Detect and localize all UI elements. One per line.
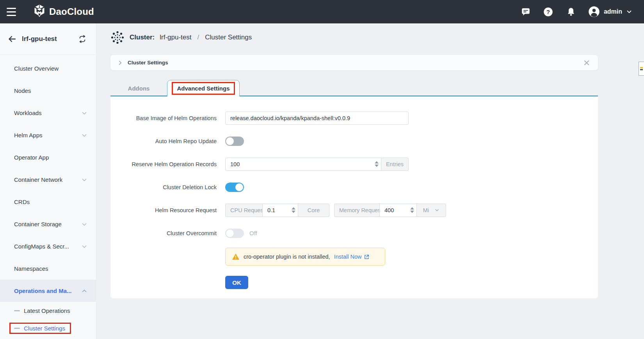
tab-addons[interactable]: Addons: [110, 80, 167, 96]
warning-banner: cro-operator plugin is not installed, In…: [225, 248, 385, 266]
sidebar-subitem-latest-operations[interactable]: Latest Operations: [0, 302, 96, 319]
sidebar-item-namespaces[interactable]: Namespaces: [0, 257, 96, 280]
chevron-down-icon: [81, 221, 87, 227]
auto-repo-label: Auto Helm Repo Update: [110, 138, 217, 144]
memory-unit-select[interactable]: Mi: [417, 204, 446, 217]
number-stepper[interactable]: [292, 204, 295, 217]
cpu-request-unit: Core: [298, 204, 329, 217]
form-row-deletion-lock: Cluster Deletion Lock: [110, 176, 598, 199]
dash-icon: [14, 310, 20, 311]
sidebar-item-operations-management[interactable]: Operations and Ma...: [0, 280, 96, 302]
chevron-down-icon: [81, 110, 87, 116]
sync-icon: [78, 35, 87, 43]
svg-text:?: ?: [546, 9, 550, 15]
external-link-icon: [364, 254, 370, 260]
base-image-label: Base Image of Helm Operations: [110, 115, 217, 121]
cluster-icon: [110, 30, 125, 44]
divider: [0, 55, 96, 55]
breadcrumb-prefix: Cluster:: [130, 34, 155, 41]
notifications-button[interactable]: [566, 6, 576, 17]
resource-request-label: Helm Resource Request: [110, 207, 217, 213]
cpu-request-group: CPU Request Core: [225, 204, 329, 217]
install-now-link[interactable]: Install Now: [334, 254, 370, 260]
edge-partial-widget[interactable]: [639, 62, 644, 76]
cpu-request-input-wrap: [262, 204, 298, 217]
number-stepper[interactable]: [410, 204, 414, 217]
sidebar-item-helm-apps[interactable]: Helm Apps: [0, 124, 96, 146]
overcommit-toggle[interactable]: [225, 229, 244, 238]
brand-name: DaoCloud: [49, 6, 94, 17]
main-content: Cluster: lrf-gpu-test / Cluster Settings…: [96, 23, 644, 339]
breadcrumb-page: Cluster Settings: [205, 34, 252, 41]
form-row-reserve-records: Reserve Helm Operation Records Entries: [110, 153, 598, 176]
daocloud-cube-icon: [34, 4, 45, 19]
deletion-lock-toggle[interactable]: [225, 183, 244, 192]
form-row-resource-request: Helm Resource Request CPU Request Core M…: [110, 199, 598, 222]
advanced-settings-panel: Base Image of Helm Operations Auto Helm …: [110, 96, 598, 298]
reserve-records-label: Reserve Helm Operation Records: [110, 161, 217, 167]
overcommit-label: Cluster Overcommit: [110, 230, 217, 236]
deletion-lock-label: Cluster Deletion Lock: [110, 184, 217, 190]
username: admin: [604, 8, 622, 15]
auto-repo-toggle[interactable]: [225, 137, 244, 146]
user-menu[interactable]: admin: [588, 6, 632, 18]
sidebar-subitem-cluster-settings[interactable]: Cluster Settings: [0, 319, 96, 337]
sidebar-item-operator-app[interactable]: Operator App: [0, 146, 96, 169]
cluster-settings-panel-bar: Cluster Settings: [110, 55, 598, 70]
sidebar-item-container-storage[interactable]: Container Storage: [0, 213, 96, 235]
close-icon: [584, 60, 590, 66]
cpu-request-prefix: CPU Request: [225, 204, 262, 217]
chevron-down-icon: [81, 132, 87, 138]
tab-advanced-settings[interactable]: Advanced Settings: [167, 80, 240, 96]
panel-bar-title: Cluster Settings: [128, 60, 168, 66]
reserve-records-unit: Entries: [381, 158, 409, 171]
form-row-auto-repo: Auto Helm Repo Update: [110, 130, 598, 153]
chevron-down-icon: [81, 177, 87, 183]
sidebar-item-workloads[interactable]: Workloads: [0, 102, 96, 124]
close-button[interactable]: [582, 59, 591, 67]
tab-bar: Addons Advanced Settings: [110, 80, 598, 96]
help-button[interactable]: ?: [543, 6, 554, 17]
memory-request-input-wrap: [379, 204, 417, 217]
base-image-input[interactable]: [225, 112, 409, 125]
breadcrumb: Cluster: lrf-gpu-test / Cluster Settings: [110, 30, 252, 44]
messages-button[interactable]: [520, 6, 531, 17]
bell-icon: [566, 7, 576, 17]
sidebar-item-nodes[interactable]: Nodes: [0, 80, 96, 102]
refresh-button[interactable]: [77, 34, 87, 44]
ok-button[interactable]: OK: [225, 276, 248, 289]
overcommit-state: Off: [249, 230, 257, 236]
chevron-up-icon: [81, 288, 87, 294]
avatar-icon: [588, 6, 600, 18]
reserve-records-input[interactable]: [226, 158, 381, 170]
sidebar-item-container-network[interactable]: Container Network: [0, 169, 96, 191]
annotation-box: Cluster Settings: [9, 323, 71, 334]
memory-request-prefix: Memory Request: [334, 204, 379, 217]
sidebar-item-crds[interactable]: CRDs: [0, 191, 96, 213]
chevron-right-icon[interactable]: [117, 60, 123, 66]
sidebar-cluster-name: lrf-gpu-test: [22, 35, 77, 43]
number-stepper[interactable]: [375, 158, 379, 170]
chat-icon: [521, 7, 531, 17]
warning-text: cro-operator plugin is not installed,: [244, 254, 330, 260]
annotation-box: Advanced Settings: [172, 82, 235, 95]
question-icon: ?: [543, 7, 553, 17]
sidebar-item-cluster-overview[interactable]: Cluster Overview: [0, 57, 96, 80]
memory-request-group: Memory Request Mi: [334, 204, 446, 217]
topbar: DaoCloud ?: [0, 0, 644, 23]
back-button[interactable]: [7, 34, 17, 44]
menu-toggle-button[interactable]: [0, 0, 23, 23]
chevron-down-icon: [81, 243, 87, 250]
warning-icon: [232, 253, 240, 260]
chevron-down-icon: [434, 208, 439, 213]
sidebar: lrf-gpu-test Cluster Overview Nodes Work…: [0, 23, 96, 339]
chevron-down-icon: [626, 9, 632, 15]
form-row-base-image: Base Image of Helm Operations: [110, 106, 598, 130]
hamburger-icon: [7, 8, 16, 16]
breadcrumb-cluster[interactable]: lrf-gpu-test: [160, 34, 191, 41]
brand-logo[interactable]: DaoCloud: [34, 4, 94, 19]
dash-icon: [14, 328, 20, 329]
arrow-left-icon: [7, 35, 17, 43]
form-row-overcommit: Cluster Overcommit Off: [110, 222, 598, 245]
sidebar-item-configmaps-secrets[interactable]: ConfigMaps & Secr...: [0, 235, 96, 257]
